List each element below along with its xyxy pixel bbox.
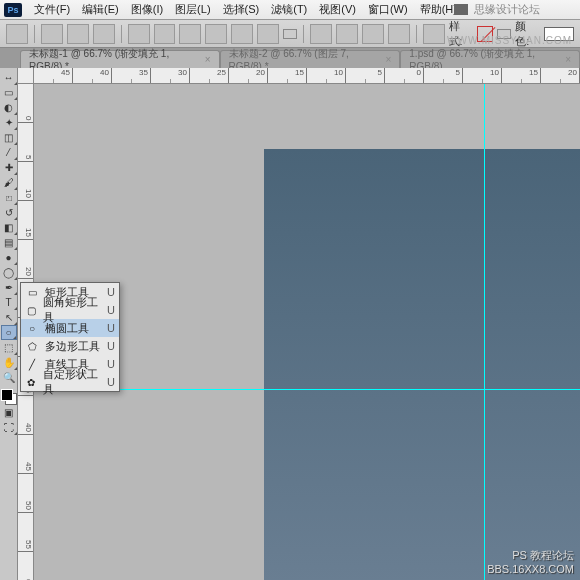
ruler-tick: 45 — [18, 435, 33, 474]
shape-roundrect-icon[interactable] — [154, 24, 176, 44]
shape-icon: ⬠ — [25, 339, 39, 353]
tool-dodge[interactable]: ◯ — [1, 265, 17, 280]
ruler-tick: 10 — [18, 162, 33, 201]
tab-doc-2[interactable]: 未标题-2 @ 66.7% (图层 7, RGB/8) *× — [220, 50, 401, 68]
tool-move[interactable]: ↔ — [1, 70, 17, 85]
tool-gradient[interactable]: ▤ — [1, 235, 17, 250]
ruler-horizontal[interactable]: 4540353025201510505101520253035404550556… — [34, 68, 580, 84]
document-tabs: 未标题-1 @ 66.7% (渐变填充 1, RGB/8) *× 未标题-2 @… — [0, 48, 580, 68]
watermark-label: 思缘设计论坛 — [474, 2, 540, 17]
menu-view[interactable]: 视图(V) — [313, 0, 362, 19]
tool-history[interactable]: ↺ — [1, 205, 17, 220]
mode-shape-layers-icon[interactable] — [41, 24, 63, 44]
ruler-tick: 25 — [190, 68, 229, 83]
screenmode-icon[interactable]: ⛶ — [1, 420, 17, 435]
ruler-tick: 15 — [18, 201, 33, 240]
menu-filter[interactable]: 滤镜(T) — [265, 0, 313, 19]
menu-layer[interactable]: 图层(L) — [169, 0, 216, 19]
tab-doc-3[interactable]: 1.psd @ 66.7% (渐变填充 1, RGB/8)× — [400, 50, 580, 68]
path-subtract-icon[interactable] — [336, 24, 358, 44]
shape-ellipse-icon[interactable] — [179, 24, 201, 44]
ruler-tick: 20 — [229, 68, 268, 83]
close-icon[interactable]: × — [205, 54, 211, 65]
path-combine-icon[interactable] — [310, 24, 332, 44]
ruler-tick: 0 — [385, 68, 424, 83]
shortcut-key: U — [107, 322, 115, 334]
menu-edit[interactable]: 编辑(E) — [76, 0, 125, 19]
separator — [121, 25, 122, 43]
ruler-tick: 5 — [346, 68, 385, 83]
ruler-tick: 10 — [307, 68, 346, 83]
watermark-url: WWW.MISSYUAN.COM — [447, 35, 572, 46]
menu-image[interactable]: 图像(I) — [125, 0, 169, 19]
tool-path[interactable]: ↖ — [1, 310, 17, 325]
ruler-tick: 30 — [151, 68, 190, 83]
close-icon[interactable]: × — [565, 54, 571, 65]
flyout-item[interactable]: ○椭圆工具U — [21, 319, 119, 337]
foreground-color[interactable] — [1, 389, 13, 401]
tool-blur[interactable]: ● — [1, 250, 17, 265]
toolbox: ↔ ▭ ◐ ✦ ◫ ⁄ ✚ 🖌 ⏍ ↺ ◧ ▤ ● ◯ ✒ T ↖ ○ ⬚ ✋ … — [0, 68, 18, 580]
shape-polygon-icon[interactable] — [205, 24, 227, 44]
close-icon[interactable]: × — [385, 54, 391, 65]
mode-paths-icon[interactable] — [67, 24, 89, 44]
watermark-icon — [454, 4, 468, 15]
tool-eyedropper[interactable]: ⁄ — [1, 145, 17, 160]
app-logo: Ps — [4, 3, 22, 17]
separator — [416, 25, 417, 43]
ruler-origin[interactable] — [18, 68, 34, 84]
tool-crop[interactable]: ◫ — [1, 130, 17, 145]
ruler-tick: 0 — [18, 84, 33, 123]
ruler-tick: 60 — [18, 552, 33, 580]
bottom-watermark-line1: PS 教程论坛 — [487, 548, 574, 562]
tool-marquee[interactable]: ▭ — [1, 85, 17, 100]
ruler-tick: 40 — [18, 396, 33, 435]
flyout-label: 椭圆工具 — [45, 321, 89, 336]
path-intersect-icon[interactable] — [362, 24, 384, 44]
mode-fill-pixels-icon[interactable] — [93, 24, 115, 44]
tool-stamp[interactable]: ⏍ — [1, 190, 17, 205]
color-swatches[interactable] — [1, 389, 17, 405]
flyout-item[interactable]: ⬠多边形工具U — [21, 337, 119, 355]
ruler-tick: 20 — [541, 68, 580, 83]
shape-options-dropdown-icon[interactable] — [283, 29, 297, 39]
shortcut-key: U — [107, 286, 115, 298]
tool-preset-picker[interactable] — [6, 24, 28, 44]
tool-lasso[interactable]: ◐ — [1, 100, 17, 115]
tab-doc-1[interactable]: 未标题-1 @ 66.7% (渐变填充 1, RGB/8) *× — [20, 50, 220, 68]
separator — [34, 25, 35, 43]
tool-eraser[interactable]: ◧ — [1, 220, 17, 235]
shape-icon: ▢ — [25, 303, 37, 317]
tool-wand[interactable]: ✦ — [1, 115, 17, 130]
ruler-tick: 50 — [18, 474, 33, 513]
menu-file[interactable]: 文件(F) — [28, 0, 76, 19]
flyout-label: 自定形状工具 — [43, 367, 101, 397]
tool-3d[interactable]: ⬚ — [1, 340, 17, 355]
shape-rect-icon[interactable] — [128, 24, 150, 44]
shortcut-key: U — [107, 340, 115, 352]
ruler-tick: 45 — [34, 68, 73, 83]
ruler-tick: 55 — [18, 513, 33, 552]
artboard[interactable] — [264, 149, 580, 580]
tool-pen[interactable]: ✒ — [1, 280, 17, 295]
quickmask-icon[interactable]: ▣ — [1, 405, 17, 420]
tool-shape[interactable]: ○ — [1, 325, 17, 340]
tool-type[interactable]: T — [1, 295, 17, 310]
guide-vertical[interactable] — [484, 84, 485, 580]
flyout-item[interactable]: ✿自定形状工具U — [21, 373, 119, 391]
tool-brush[interactable]: 🖌 — [1, 175, 17, 190]
flyout-label: 多边形工具 — [45, 339, 100, 354]
shape-icon: ▭ — [25, 285, 39, 299]
link-style-icon[interactable] — [423, 24, 445, 44]
menu-window[interactable]: 窗口(W) — [362, 0, 414, 19]
tool-heal[interactable]: ✚ — [1, 160, 17, 175]
ruler-tick: 5 — [18, 123, 33, 162]
tool-zoom[interactable]: 🔍 — [1, 370, 17, 385]
shape-line-icon[interactable] — [231, 24, 253, 44]
tool-hand[interactable]: ✋ — [1, 355, 17, 370]
flyout-item[interactable]: ▢圆角矩形工具U — [21, 301, 119, 319]
path-exclude-icon[interactable] — [388, 24, 410, 44]
menu-select[interactable]: 选择(S) — [217, 0, 266, 19]
shape-custom-icon[interactable] — [257, 24, 279, 44]
shape-icon: ○ — [25, 321, 39, 335]
